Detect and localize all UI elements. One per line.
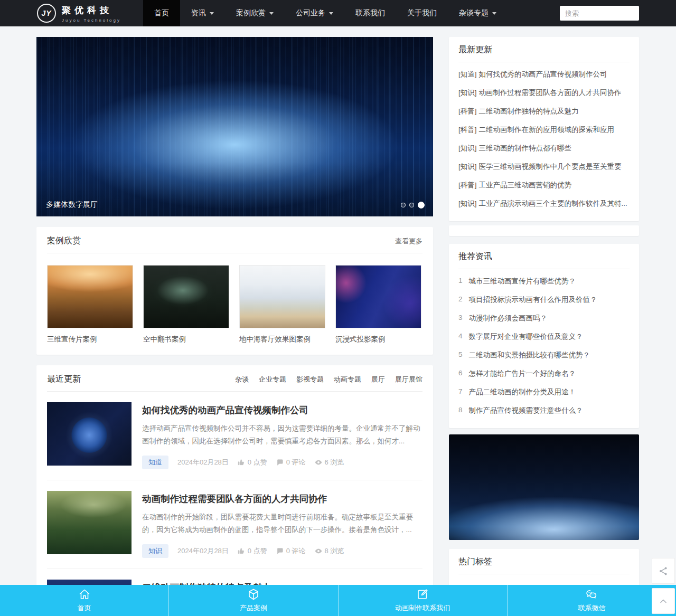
edit-icon bbox=[416, 588, 429, 601]
article-meta: 知道 2024年02月28日 0 点赞 0 评论 bbox=[142, 456, 422, 469]
list-item[interactable]: [科普]二维动画制作独特的特点及魅力 bbox=[458, 102, 630, 120]
spacer-panel bbox=[449, 225, 639, 236]
comment-count-label: 0 评论 bbox=[286, 546, 306, 556]
logo-mark-icon: JY bbox=[37, 4, 56, 23]
tab-exhibition[interactable]: 展厅展馆 bbox=[395, 375, 422, 384]
item-text: 城市三维动画宣传片有哪些优势？ bbox=[469, 277, 576, 286]
article-title[interactable]: 如何找优秀的动画产品宣传视频制作公司 bbox=[142, 404, 422, 416]
content-layout: 多媒体数字展厅 案例欣赏 查看更多 三维宣传片案例 bbox=[0, 26, 676, 616]
chevron-down-icon bbox=[492, 12, 496, 15]
carousel-dot-active[interactable] bbox=[418, 202, 425, 209]
bottom-item-contact-us[interactable]: 动画制作联系我们 bbox=[339, 585, 508, 616]
case-thumbnail-livingroom bbox=[239, 265, 325, 328]
article-date: 2024年02月28日 bbox=[177, 546, 229, 556]
item-text: 产品二维动画的制作分类及用途！ bbox=[469, 387, 576, 397]
recent-title: 最近更新 bbox=[47, 374, 81, 385]
bottom-item-label: 首页 bbox=[78, 603, 91, 613]
carousel-dot[interactable] bbox=[409, 203, 414, 207]
bottom-item-home[interactable]: 首页 bbox=[0, 585, 169, 616]
nav-item-contact[interactable]: 联系我们 bbox=[344, 0, 396, 26]
list-item[interactable]: [知识]工业产品演示动画三个主要的制作软件及其特... bbox=[458, 194, 630, 213]
list-item[interactable]: [知识]三维动画的制作特点都有哪些 bbox=[458, 139, 630, 157]
article-thumbnail-forest[interactable] bbox=[47, 491, 132, 554]
item-text: 项目招投标演示动画有什么作用及价值？ bbox=[469, 295, 597, 305]
list-item[interactable]: 6怎样才能给广告片一个好的命名？ bbox=[458, 364, 630, 383]
sidebar-promo-image[interactable] bbox=[449, 434, 639, 540]
recommended-news-title: 推荐资讯 bbox=[458, 251, 630, 262]
top-navigation: JY 聚优科技 Juyou Technology 首页 资讯 案例欣赏 公司业务 bbox=[0, 0, 676, 26]
chevron-down-icon bbox=[269, 12, 274, 15]
divider bbox=[458, 574, 630, 574]
item-text: 二维动画制作独特的特点及魅力 bbox=[479, 107, 579, 115]
tab-misc[interactable]: 杂谈 bbox=[235, 375, 249, 384]
main-menu: 首页 资讯 案例欣赏 公司业务 联系我们 关于我们 杂谈专题 bbox=[143, 0, 508, 26]
item-text: 二维动画制作在新的应用领域的探索和应用 bbox=[479, 126, 615, 134]
case-card[interactable]: 三维宣传片案例 bbox=[47, 265, 133, 344]
tab-enterprise[interactable]: 企业专题 bbox=[259, 375, 286, 384]
hero-carousel-slide[interactable]: 多媒体数字展厅 bbox=[36, 37, 433, 216]
case-card[interactable]: 地中海客厅效果图案例 bbox=[239, 265, 325, 344]
category-badge[interactable]: 知识 bbox=[142, 544, 168, 558]
list-item[interactable]: 4数字展厅对企业有哪些价值及意义？ bbox=[458, 327, 630, 346]
logo-title: 聚优科技 bbox=[62, 4, 121, 16]
nav-item-about[interactable]: 关于我们 bbox=[396, 0, 448, 26]
chevron-down-icon bbox=[210, 12, 214, 15]
item-text: 医学三维动画视频制作中几个要点是至关重要 bbox=[479, 163, 622, 170]
bottom-item-products[interactable]: 产品案例 bbox=[169, 585, 338, 616]
item-category: [科普] bbox=[458, 107, 477, 115]
nav-item-business[interactable]: 公司业务 bbox=[285, 0, 344, 26]
cases-panel-header: 案例欣赏 查看更多 bbox=[47, 235, 422, 247]
list-item[interactable]: [知识]医学三维动画视频制作中几个要点是至关重要 bbox=[458, 157, 630, 176]
home-icon bbox=[78, 588, 91, 601]
search-area bbox=[560, 6, 639, 21]
page: JY 聚优科技 Juyou Technology 首页 资讯 案例欣赏 公司业务 bbox=[0, 0, 676, 616]
case-card[interactable]: 空中翻书案例 bbox=[143, 265, 229, 344]
search-input[interactable] bbox=[560, 6, 639, 21]
article-title[interactable]: 动画制作过程需要团队各方面的人才共同协作 bbox=[142, 492, 422, 505]
item-number: 7 bbox=[458, 387, 463, 397]
view-count: 6 浏览 bbox=[315, 458, 344, 467]
article-thumbnail-globe[interactable] bbox=[47, 402, 132, 466]
list-item[interactable]: [科普]二维动画制作在新的应用领域的探索和应用 bbox=[458, 120, 630, 139]
chevron-up-icon bbox=[658, 596, 669, 606]
like-count-label: 0 点赞 bbox=[248, 458, 267, 467]
recent-panel-header: 最近更新 杂谈 企业专题 影视专题 动画专题 展厅 展厅展馆 bbox=[47, 374, 422, 385]
back-to-top-button[interactable] bbox=[652, 588, 675, 614]
case-caption: 三维宣传片案例 bbox=[47, 335, 133, 344]
eye-icon bbox=[315, 547, 322, 555]
case-cards: 三维宣传片案例 空中翻书案例 地中海客厅效果图案例 沉浸式投影案例 bbox=[47, 265, 422, 344]
nav-item-home[interactable]: 首页 bbox=[143, 0, 180, 26]
bottom-item-wechat[interactable]: 联系微信 bbox=[508, 585, 676, 616]
nav-item-cases[interactable]: 案例欣赏 bbox=[225, 0, 285, 26]
tab-animation[interactable]: 动画专题 bbox=[334, 375, 361, 384]
nav-item-label: 首页 bbox=[154, 8, 169, 18]
list-item[interactable]: 7产品二维动画的制作分类及用途！ bbox=[458, 383, 630, 401]
tab-film[interactable]: 影视专题 bbox=[296, 375, 324, 384]
share-button[interactable] bbox=[652, 558, 675, 584]
like-icon bbox=[238, 459, 245, 466]
item-number: 3 bbox=[458, 314, 463, 323]
list-item[interactable]: 5二维动画和实景拍摄比较有哪些优势？ bbox=[458, 346, 630, 364]
tab-hall[interactable]: 展厅 bbox=[371, 375, 385, 384]
case-card[interactable]: 沉浸式投影案例 bbox=[335, 265, 421, 344]
nav-item-label: 杂谈专题 bbox=[459, 8, 489, 18]
nav-item-misc-topics[interactable]: 杂谈专题 bbox=[448, 0, 508, 26]
filter-tabs: 杂谈 企业专题 影视专题 动画专题 展厅 展厅展馆 bbox=[235, 375, 422, 384]
site-logo[interactable]: JY 聚优科技 Juyou Technology bbox=[37, 0, 121, 26]
article-row: 如何找优秀的动画产品宣传视频制作公司 选择动画产品宣传视频制作公司并不容易，因为… bbox=[47, 392, 422, 480]
hero-caption: 多媒体数字展厅 bbox=[46, 200, 98, 210]
list-item[interactable]: 2项目招投标演示动画有什么作用及价值？ bbox=[458, 290, 630, 309]
list-item[interactable]: [知识]动画制作过程需要团队各方面的人才共同协作 bbox=[458, 83, 630, 102]
latest-updates-title: 最新更新 bbox=[458, 44, 630, 55]
list-item[interactable]: 1城市三维动画宣传片有哪些优势？ bbox=[458, 272, 630, 290]
comment-count-label: 0 评论 bbox=[286, 458, 306, 467]
nav-item-news[interactable]: 资讯 bbox=[180, 0, 225, 26]
bottom-item-label: 产品案例 bbox=[240, 603, 267, 613]
list-item[interactable]: [知道]如何找优秀的动画产品宣传视频制作公司 bbox=[458, 65, 630, 83]
category-badge[interactable]: 知道 bbox=[142, 456, 168, 469]
list-item[interactable]: 8制作产品宣传视频需要注意些什么？ bbox=[458, 401, 630, 420]
view-more-link[interactable]: 查看更多 bbox=[395, 236, 422, 246]
list-item[interactable]: [科普]工业产品三维动画营销的优势 bbox=[458, 176, 630, 194]
list-item[interactable]: 3动漫制作必须会画画吗？ bbox=[458, 309, 630, 327]
carousel-dot[interactable] bbox=[401, 203, 406, 207]
